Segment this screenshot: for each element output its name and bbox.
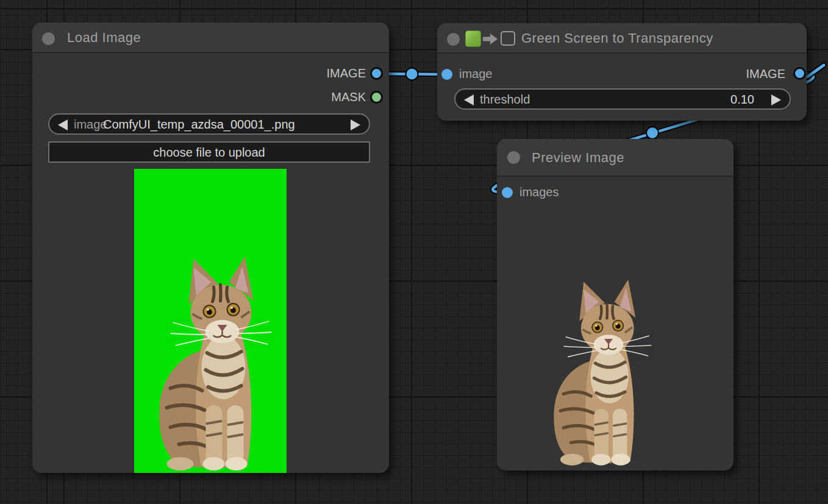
white-square-icon [501, 31, 515, 46]
right-arrow-icon [483, 32, 499, 46]
link-midpoint-dot[interactable] [406, 68, 418, 80]
threshold-left-arrow-icon[interactable] [464, 94, 474, 105]
link-midpoint-dot[interactable] [646, 127, 658, 139]
combo-label: image [74, 118, 107, 132]
collapse-dot-icon[interactable] [507, 151, 520, 164]
graph-canvas[interactable]: Load Image IMAGE MASK image ComfyUI_temp… [0, 0, 828, 504]
image-filename-combo[interactable]: image ComfyUI_temp_azdsa_00001_.png [48, 113, 370, 135]
node-titlebar[interactable]: Load Image [32, 23, 389, 53]
combo-left-arrow-icon[interactable] [58, 119, 68, 130]
output-slot-mask[interactable] [370, 91, 383, 104]
threshold-label: threshold [480, 93, 530, 107]
output-label-mask: MASK [331, 90, 366, 104]
node-titlebar[interactable]: Preview Image [497, 139, 733, 177]
node-title: Load Image [67, 30, 141, 46]
result-image-preview [546, 267, 655, 468]
input-slot-images[interactable] [502, 187, 513, 198]
output-label-image: IMAGE [327, 66, 366, 80]
input-label-images: images [519, 185, 559, 199]
green-square-icon [465, 30, 481, 47]
output-slot-image[interactable] [793, 67, 806, 80]
threshold-value: 0.10 [730, 93, 754, 107]
output-label-image: IMAGE [746, 67, 785, 81]
combo-right-arrow-icon[interactable] [351, 119, 360, 130]
loaded-image-preview [134, 169, 287, 473]
node-preview-image[interactable]: Preview Image images [497, 139, 733, 470]
output-slot-image[interactable] [370, 67, 383, 80]
collapse-dot-icon[interactable] [447, 33, 460, 46]
choose-file-button-label: choose file to upload [153, 146, 265, 160]
collapse-dot-icon[interactable] [42, 32, 55, 45]
node-green-screen-to-transparency[interactable]: Green Screen to Transparency image IMAGE… [437, 23, 807, 121]
node-titlebar[interactable]: Green Screen to Transparency [437, 23, 807, 54]
choose-file-button[interactable]: choose file to upload [48, 141, 370, 163]
threshold-number-widget[interactable]: threshold 0.10 [454, 88, 791, 110]
cat-image [151, 242, 276, 473]
input-slot-image[interactable] [441, 69, 452, 80]
node-title: Green Screen to Transparency [521, 30, 713, 46]
threshold-right-arrow-icon[interactable] [771, 94, 781, 105]
combo-value: ComfyUI_temp_azdsa_00001_.png [103, 118, 295, 132]
input-label-image: image [459, 67, 492, 81]
cat-image [546, 267, 655, 468]
node-title: Preview Image [532, 150, 624, 166]
node-load-image[interactable]: Load Image IMAGE MASK image ComfyUI_temp… [32, 23, 389, 473]
link-wire-offscreen-stub[interactable] [807, 65, 824, 77]
